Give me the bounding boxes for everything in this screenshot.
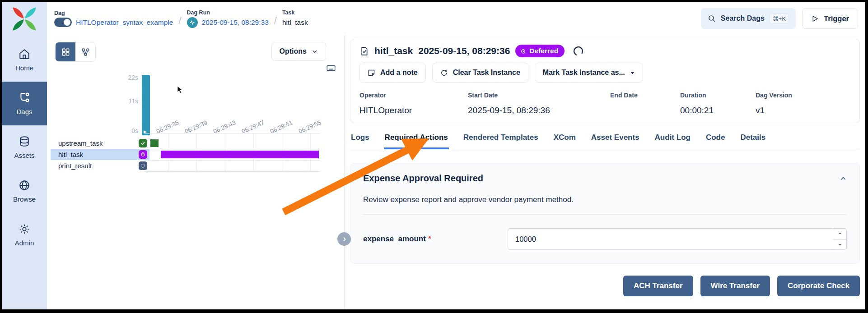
- time-tick: 06:29:47: [241, 119, 265, 135]
- breadcrumb-dag-run-link[interactable]: 2025-09-15, 08:29:33: [202, 18, 269, 27]
- expense-amount-number-input: [508, 228, 847, 250]
- row-separator: [144, 149, 320, 149]
- meta-label-operator: Operator: [359, 92, 468, 99]
- task-state-none-icon[interactable]: [139, 161, 147, 170]
- tab-code[interactable]: Code: [705, 130, 726, 149]
- graph-view-button[interactable]: [75, 42, 95, 61]
- duration-tick: 22s: [117, 74, 138, 81]
- task-state-deferred-icon[interactable]: [139, 150, 147, 159]
- home-icon: [19, 48, 30, 60]
- sidebar-item-label: Browse: [13, 195, 36, 203]
- airflow-pinwheel-icon: [12, 6, 37, 32]
- assets-icon: [19, 136, 30, 147]
- shortcuts-keyboard-icon[interactable]: [326, 63, 336, 75]
- run-state-icon: [187, 17, 198, 28]
- meta-label-duration: Duration: [680, 92, 756, 99]
- meta-label-dag-version: Dag Version: [756, 92, 850, 99]
- time-tick: 06:29:35: [155, 119, 180, 135]
- task-doc-icon: [359, 46, 369, 56]
- chevron-up-icon[interactable]: [840, 175, 847, 182]
- mark-task-instance-as-button[interactable]: Mark Task Instance as...: [535, 63, 643, 83]
- sidebar: Home Dags Assets Browse Admin: [2, 2, 47, 309]
- task-row-label[interactable]: hitl_task: [58, 149, 83, 160]
- breadcrumb-task: Task hitl_task: [282, 9, 308, 28]
- tab-xcom[interactable]: XCom: [553, 130, 577, 149]
- dag-run-duration-bar[interactable]: ▶: [142, 75, 150, 135]
- expense-amount-label: expense_amount*: [363, 235, 508, 244]
- corporate-check-button[interactable]: Corporate Check: [777, 276, 860, 296]
- meta-value-end-date: [610, 106, 680, 115]
- airflow-logo[interactable]: [2, 2, 47, 38]
- grid-view-button[interactable]: [56, 42, 75, 61]
- search-placeholder: Search Dags: [721, 14, 765, 23]
- tab-asset-events[interactable]: Asset Events: [590, 130, 640, 149]
- status-badge: Deferred: [515, 45, 565, 57]
- task-state-success-icon[interactable]: [139, 139, 147, 147]
- breadcrumb-dag-run-label: Dag Run: [187, 9, 269, 16]
- options-label: Options: [280, 47, 307, 55]
- task-instance-card: hitl_task 2025-09-15, 08:29:36 Deferred …: [350, 39, 860, 123]
- gantt-bar-hitl-task[interactable]: [161, 151, 319, 158]
- tab-required-actions[interactable]: Required Actions: [384, 130, 449, 149]
- breadcrumb-dag-label: Dag: [54, 10, 173, 16]
- sidebar-item-browse[interactable]: Browse: [2, 169, 47, 213]
- grid-view-icon: [61, 48, 70, 56]
- refresh-icon: [440, 69, 448, 77]
- time-tick: 06:29:51: [269, 119, 294, 135]
- meta-value-operator: HITLOperator: [359, 106, 468, 115]
- graph-view-icon: [81, 48, 90, 56]
- clear-task-instance-label: Clear Task Instance: [453, 69, 520, 77]
- trigger-label: Trigger: [824, 14, 849, 23]
- panel-divider[interactable]: [344, 35, 345, 309]
- search-shortcut-badge: ⌘+K: [770, 14, 789, 24]
- add-note-button[interactable]: Add a note: [359, 63, 426, 83]
- task-instance-title: hitl_task: [374, 46, 413, 56]
- task-row-label[interactable]: print_result: [58, 160, 92, 171]
- stepper-decrement-button[interactable]: [833, 239, 846, 250]
- task-row-label[interactable]: upstream_task: [58, 138, 103, 149]
- required-action-choices: ACH Transfer Wire Transfer Corporate Che…: [350, 276, 860, 296]
- axis-line: [144, 133, 320, 133]
- sidebar-item-dags[interactable]: Dags: [2, 82, 47, 125]
- row-separator: [144, 160, 320, 161]
- sidebar-item-label: Admin: [15, 239, 34, 247]
- breadcrumb-dag: Dag HITLOperator_syntax_example: [54, 10, 173, 27]
- mark-task-instance-as-label: Mark Task Instance as...: [543, 69, 625, 77]
- options-button[interactable]: Options: [271, 42, 326, 61]
- meta-value-dag-version: v1: [756, 106, 850, 115]
- breadcrumb-dag-link[interactable]: HITLOperator_syntax_example: [76, 18, 173, 27]
- expense-amount-field-row: expense_amount*: [363, 228, 847, 250]
- wire-transfer-button[interactable]: Wire Transfer: [700, 276, 770, 296]
- ach-transfer-button[interactable]: ACH Transfer: [623, 276, 693, 296]
- trigger-button[interactable]: Trigger: [802, 8, 858, 29]
- tab-logs[interactable]: Logs: [350, 130, 370, 149]
- status-badge-label: Deferred: [529, 47, 558, 55]
- search-dags-box[interactable]: Search Dags ⌘+K: [701, 8, 796, 29]
- tab-audit-log[interactable]: Audit Log: [654, 130, 691, 149]
- required-action-description: Review expense report and approve vendor…: [363, 195, 847, 204]
- sidebar-item-label: Assets: [14, 152, 34, 159]
- sidebar-item-label: Dags: [16, 108, 32, 115]
- required-action-title: Expense Approval Required: [363, 173, 483, 184]
- note-icon: [368, 69, 375, 77]
- sidebar-item-home[interactable]: Home: [2, 38, 47, 82]
- mouse-cursor: [177, 86, 183, 94]
- grid-panel: Options 22s 11s 0s ▶ 06:29:35 06:29:39 0…: [47, 35, 344, 309]
- dag-pause-toggle[interactable]: [54, 18, 72, 27]
- panel-collapse-handle[interactable]: [337, 232, 351, 246]
- breadcrumb-task-label: Task: [282, 9, 308, 16]
- sidebar-item-admin[interactable]: Admin: [2, 213, 47, 257]
- gantt-bar-upstream-task[interactable]: [150, 139, 159, 147]
- expense-amount-input[interactable]: [508, 229, 833, 249]
- time-tick: 06:29:39: [184, 119, 208, 135]
- caret-down-icon: [630, 70, 635, 75]
- stepper-increment-button[interactable]: [833, 229, 846, 239]
- admin-icon: [19, 223, 30, 235]
- chevron-up-icon: [838, 231, 842, 236]
- meta-value-duration: 00:00:21: [680, 106, 756, 115]
- sidebar-item-assets[interactable]: Assets: [2, 125, 47, 169]
- tab-details[interactable]: Details: [739, 130, 766, 149]
- duration-tick: 0s: [117, 127, 138, 134]
- clear-task-instance-button[interactable]: Clear Task Instance: [432, 63, 528, 83]
- tab-rendered-templates[interactable]: Rendered Templates: [462, 130, 539, 149]
